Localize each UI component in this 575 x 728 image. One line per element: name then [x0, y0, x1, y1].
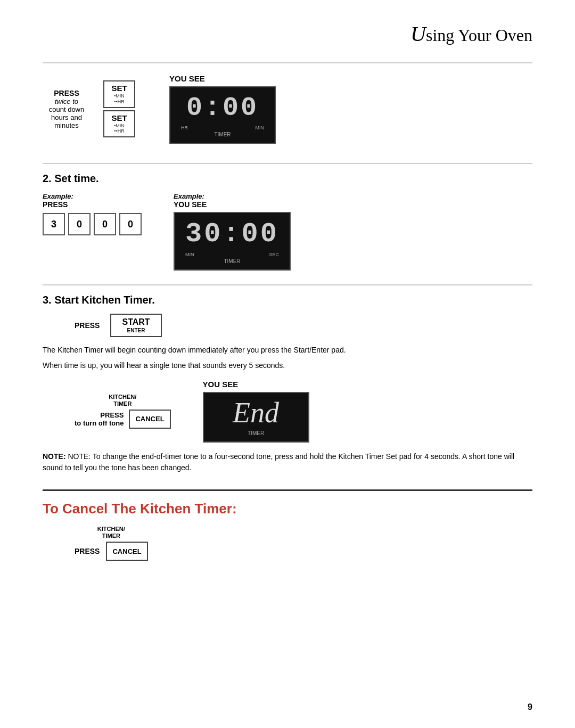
cancel-press-label: PRESS	[75, 547, 100, 555]
step3-kitchen-timer-label: KITCHEN/TIMER	[109, 394, 136, 407]
step1-min-label: MIN	[256, 125, 265, 130]
cancel-bottom-row: PRESS CANCEL	[75, 542, 148, 561]
main-content: PRESS twice to count down hours and minu…	[0, 57, 575, 582]
page-number: 9	[528, 702, 532, 712]
set-btn-2-main: SET	[111, 113, 127, 123]
step3-section: 3. Start Kitchen Timer. PRESS START ENTE…	[43, 284, 532, 484]
step1-minutes: minutes	[43, 121, 91, 129]
set-btn-1[interactable]: SET •MIN ••HR	[103, 80, 135, 108]
step1-twice: twice to	[43, 97, 91, 105]
step1-you-see-label: YOU SEE	[169, 74, 276, 83]
num-key-0b[interactable]: 0	[94, 213, 116, 235]
step1-hr-label: HR	[181, 125, 188, 130]
step1-section: PRESS twice to count down hours and minu…	[43, 62, 532, 154]
step3-press-turn-off-label: PRESS to turn off tone	[75, 411, 124, 427]
step1-you-see-group: YOU SEE 0:00 HR MIN TIMER	[169, 74, 276, 144]
page-header: Using Your Oven	[0, 0, 575, 57]
step3-start-row: PRESS START ENTER	[43, 314, 532, 337]
step2-you-see-group: Example: YOU SEE 30:00 MIN SEC TIMER	[174, 192, 291, 271]
step2-display-text: 30:00	[185, 218, 279, 250]
step1-press-text: PRESS twice to count down hours and minu…	[43, 89, 91, 129]
start-enter-btn[interactable]: START ENTER	[110, 314, 161, 337]
step3-press-label: PRESS	[75, 321, 100, 330]
set-btn-2-sub2: ••HR	[114, 128, 124, 134]
step2-sec-label: SEC	[269, 252, 280, 257]
step3-you-see-end-group: YOU SEE End TIMER	[203, 380, 309, 443]
step3-note: NOTE: NOTE: To change the end-of-timer t…	[43, 451, 532, 473]
step3-end-text: End	[233, 398, 279, 427]
step3-cancel-row: KITCHEN/TIMER PRESS to turn off tone CAN…	[43, 380, 532, 443]
step1-hours: hours and	[43, 113, 91, 121]
num-key-0c[interactable]: 0	[119, 213, 142, 235]
step1-display-labels: HR MIN	[181, 125, 264, 130]
step2-timer-label: TIMER	[224, 258, 240, 264]
set-btn-1-main: SET	[111, 84, 127, 93]
step2-min-label: MIN	[185, 252, 194, 257]
note-text: NOTE: To change the end-of-timer tone to…	[43, 452, 514, 472]
step2-keys: 3 0 0 0	[43, 213, 142, 235]
step1-display-text: 0:00	[186, 93, 259, 123]
step2-you-see-label: YOU SEE	[174, 200, 291, 209]
cursive-u: U	[410, 22, 426, 46]
header-title-rest: sing Your Oven	[426, 26, 532, 45]
cancel-press-row: KITCHEN/TIMER PRESS CANCEL	[75, 526, 532, 561]
num-key-0a[interactable]: 0	[68, 213, 91, 235]
step3-end-timer-label: TIMER	[248, 430, 264, 436]
step3-body2: When time is up, you will hear a single …	[43, 360, 532, 371]
num-key-3[interactable]: 3	[43, 213, 65, 235]
step1-display: 0:00 HR MIN TIMER	[169, 86, 276, 144]
cancel-section: To Cancel The Kitchen Timer: KITCHEN/TIM…	[43, 489, 532, 561]
set-btn-2[interactable]: SET •MIN ••HR	[103, 110, 135, 138]
cancel-section-title: To Cancel The Kitchen Timer:	[43, 501, 532, 517]
cancel-section-cancel-btn[interactable]: CANCEL	[106, 542, 147, 561]
step1-set-buttons: SET •MIN ••HR SET •MIN ••HR	[103, 80, 135, 137]
start-btn-sub: ENTER	[127, 328, 145, 334]
step1-press-label: PRESS	[43, 89, 91, 97]
step3-press-cancel-row: PRESS to turn off tone CANCEL	[75, 410, 171, 429]
step3-title: 3. Start Kitchen Timer.	[43, 294, 532, 306]
step2-display: 30:00 MIN SEC TIMER	[174, 212, 291, 271]
set-btn-1-sub1: •MIN	[114, 93, 125, 99]
step2-row: Example: PRESS 3 0 0 0 Example: YOU SEE …	[43, 192, 532, 271]
set-btn-1-sub2: ••HR	[114, 99, 124, 105]
step2-example-you-see: Example:	[174, 192, 291, 200]
cancel-kt-label-group: KITCHEN/TIMER PRESS CANCEL	[75, 526, 148, 561]
step2-press-label: PRESS	[43, 200, 142, 209]
start-btn-main: START	[122, 317, 150, 327]
step3-cancel-btn[interactable]: CANCEL	[129, 410, 170, 429]
step3-you-see-label: YOU SEE	[203, 380, 309, 389]
cancel-kitchen-timer-label: KITCHEN/TIMER	[97, 526, 125, 539]
step2-example-press: Example: PRESS 3 0 0 0	[43, 192, 142, 235]
step2-example-label: Example:	[43, 192, 142, 200]
step2-display-labels: MIN SEC	[185, 252, 279, 257]
step3-body1: The Kitchen Timer will begin counting do…	[43, 345, 532, 356]
step1-countdown: count down	[43, 105, 91, 113]
step2-title: 2. Set time.	[43, 173, 532, 185]
step1-timer-label: TIMER	[214, 132, 231, 137]
note-bold: NOTE:	[43, 452, 66, 461]
set-btn-2-sub1: •MIN	[114, 123, 125, 129]
step2-section: 2. Set time. Example: PRESS 3 0 0 0 Exam…	[43, 163, 532, 276]
step3-press-off-group: KITCHEN/TIMER PRESS to turn off tone CAN…	[75, 394, 171, 429]
step3-end-display: End TIMER	[203, 392, 309, 443]
step1-row: PRESS twice to count down hours and minu…	[43, 74, 532, 144]
